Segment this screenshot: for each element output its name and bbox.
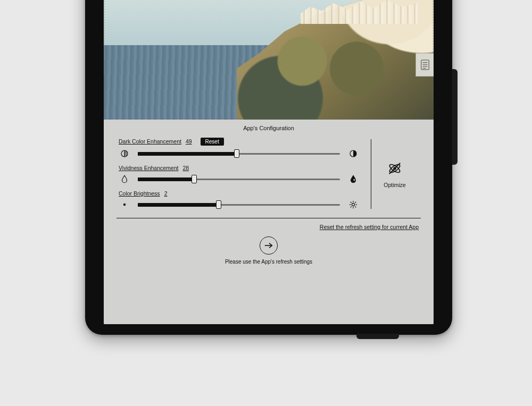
page-button[interactable]	[415, 53, 434, 77]
dark-color-slider-row	[119, 149, 359, 158]
brightness-slider-row	[119, 200, 359, 209]
reset-refresh-link[interactable]: Reset the refresh setting for current Ap…	[119, 224, 419, 230]
dark-color-label-row: Dark Color Enhancement 49 Reset	[119, 138, 359, 146]
svg-line-22	[351, 202, 352, 203]
vividness-label: Vividness Enhancement	[119, 165, 178, 171]
device-frame: App's Configuration Dark Color Enhanceme…	[85, 0, 452, 335]
refresh-hint: Please use the App's refresh settings	[119, 259, 419, 265]
brightness-value: 2	[164, 190, 168, 197]
optimize-column: Optimize	[371, 137, 419, 212]
brightness-label: Color Brightness	[119, 190, 160, 197]
config-panel: App's Configuration Dark Color Enhanceme…	[104, 120, 434, 324]
svg-point-7	[353, 179, 355, 181]
reset-button[interactable]: Reset	[201, 138, 224, 146]
panel-title: App's Configuration	[119, 125, 419, 131]
brightness-label-row: Color Brightness 2	[119, 190, 359, 197]
svg-line-14	[126, 206, 127, 207]
svg-line-25	[355, 202, 356, 203]
svg-point-8	[123, 204, 125, 205]
svg-line-15	[122, 206, 123, 207]
apply-arrow-button[interactable]	[260, 236, 278, 255]
vividness-value: 28	[182, 165, 189, 171]
contrast-low-icon	[119, 149, 130, 158]
brightness-high-icon	[347, 200, 359, 209]
device-bottom-nub	[356, 334, 399, 339]
svg-line-13	[122, 202, 123, 203]
vividness-slider-row	[119, 174, 359, 184]
panel-columns: Dark Color Enhancement 49 Reset	[119, 137, 419, 212]
contrast-high-icon	[347, 149, 359, 158]
brightness-slider[interactable]	[138, 200, 340, 209]
drop-empty-icon	[119, 174, 130, 184]
svg-line-24	[351, 206, 352, 207]
vertical-divider	[371, 139, 371, 209]
optimize-label: Optimize	[384, 182, 405, 188]
dark-color-value: 49	[186, 138, 192, 145]
vividness-label-row: Vividness Enhancement 28	[119, 165, 359, 171]
page-lines-icon	[420, 59, 430, 71]
brightness-low-icon	[119, 200, 130, 209]
screen: App's Configuration Dark Color Enhanceme…	[104, 0, 434, 324]
svg-line-16	[126, 202, 127, 203]
optimize-icon[interactable]	[387, 160, 403, 177]
dark-color-slider[interactable]	[138, 149, 340, 158]
arrow-right-icon	[264, 242, 273, 249]
hero-image	[104, 0, 434, 120]
drop-full-icon	[347, 174, 359, 184]
controls-column: Dark Color Enhancement 49 Reset	[119, 137, 371, 212]
vividness-slider[interactable]	[138, 175, 340, 183]
svg-point-17	[352, 203, 354, 206]
dark-color-label: Dark Color Enhancement	[119, 138, 181, 145]
svg-line-23	[355, 206, 356, 207]
horizontal-divider	[117, 218, 421, 218]
